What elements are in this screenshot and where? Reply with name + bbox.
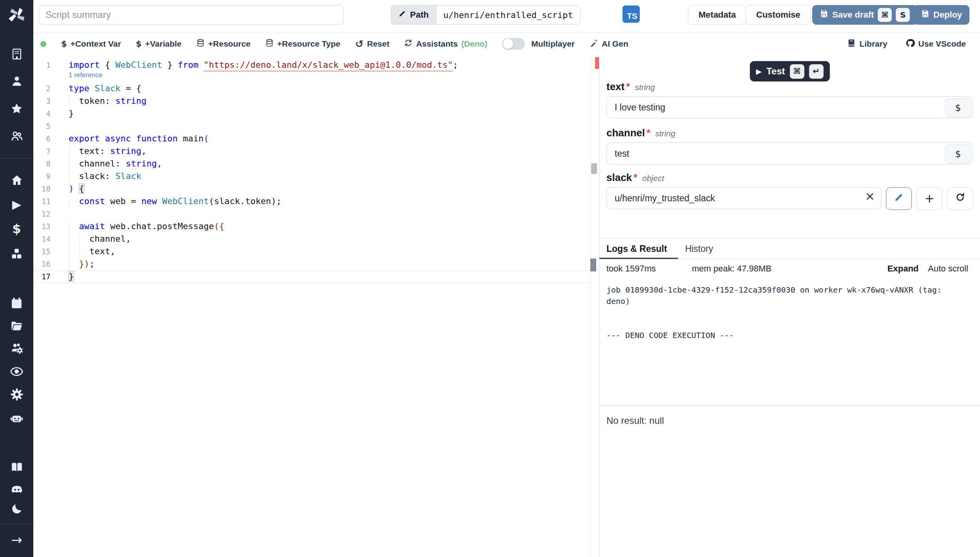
sidebar-item-favorites[interactable] [0,101,33,116]
user-group-gear-icon [10,342,24,355]
sidebar-item-docs[interactable] [0,460,33,474]
use-vscode-button[interactable]: Use VScode [906,38,966,50]
add-resource-type-button[interactable]: +Resource Type [265,39,340,49]
expand-button[interactable]: Expand [887,264,918,274]
sidebar-item-runs[interactable]: ▶ [0,197,33,212]
log-output: job 0189930d-1cbe-4329-f152-12ca359f0030… [599,278,980,405]
line-number: 10 [33,183,57,195]
sidebar: ▶ $ [0,0,33,557]
required-asterisk: * [633,172,637,184]
ai-gen-label: AI Gen [602,39,628,49]
logs-tabs: Logs & Result History [599,239,980,259]
sidebar-item-discord[interactable] [0,483,33,497]
sidebar-item-audit-logs[interactable] [0,364,33,378]
code-line: 16 }); [33,258,590,270]
edit-resource-button[interactable] [886,187,912,210]
autoscroll-toggle[interactable]: Auto scroll [928,264,968,274]
sidebar-item-variables[interactable]: $ [0,222,33,236]
code-line: 6export async function main( [33,132,590,145]
sidebar-divider [0,158,33,159]
tab-logs-result[interactable]: Logs & Result [599,239,678,259]
book-open-icon [10,460,24,474]
line-number: 8 [33,157,57,170]
code-line: 13 await web.chat.postMessage({ [33,220,590,233]
insert-variable-button[interactable]: $ [945,145,971,163]
reset-button[interactable]: ↺ Reset [355,39,389,49]
field-channel: channel * string $ [606,127,973,165]
sidebar-item-home[interactable] [0,173,33,187]
codelens-reference[interactable]: 1 reference [33,71,590,82]
field-slack-label: slack [606,172,632,184]
ai-gen-button[interactable]: AI Gen [590,39,628,49]
sidebar-item-ai[interactable] [0,411,33,425]
sidebar-item-resources[interactable] [0,247,33,261]
save-icon [921,9,929,20]
refresh-resource-button[interactable] [947,187,973,210]
library-button[interactable]: Library [847,39,887,49]
reset-label: Reset [367,39,389,49]
toggle-knob [503,39,513,49]
sidebar-item-workspace[interactable] [0,47,33,61]
multiplayer-label: Multiplayer [531,39,575,49]
text-field-input[interactable] [606,96,973,118]
database-icon [265,39,274,49]
sidebar-item-workers[interactable] [0,341,33,355]
line-number: 9 [33,170,57,183]
add-variable-button[interactable]: $ +Variable [136,39,181,49]
multiplayer-toggle[interactable] [502,38,525,50]
add-resource-button[interactable]: + [916,187,942,210]
sidebar-item-folders[interactable] [0,319,33,333]
path-label: Path [410,10,429,20]
add-resource-button[interactable]: +Resource [196,39,250,49]
sidebar-item-users[interactable] [0,129,33,143]
channel-field-input[interactable] [606,143,973,165]
path-value[interactable]: u/henri/enthralled_script [436,5,581,25]
windmill-logo[interactable] [0,0,33,31]
test-button[interactable]: ▶ Test ⌘ ↵ [750,61,829,81]
logs-section: Logs & Result History took 1597ms mem pe… [599,238,980,557]
tab-history[interactable]: History [678,239,724,259]
add-context-var-button[interactable]: $ +Context Var [61,39,121,49]
deploy-button[interactable]: Deploy [913,5,969,25]
line-number: 3 [33,95,57,107]
dollar-icon: $ [136,40,142,48]
line-number: 5 [33,120,57,132]
assistants-button[interactable]: Assistants (Deno) [404,39,487,49]
insert-variable-button[interactable]: $ [945,98,971,117]
customise-button[interactable]: Customise [746,5,811,25]
s-key-badge: S [896,8,910,22]
scrollbar-thumb[interactable] [591,163,597,174]
line-number: 4 [33,107,57,120]
metadata-button[interactable]: Metadata [688,5,746,25]
editor-scrollbar[interactable] [590,56,599,557]
pencil-icon [894,192,904,205]
arrow-right-icon: → [11,533,22,546]
robot-icon [10,412,24,425]
pencil-icon [398,10,406,20]
status-dot [40,41,46,47]
sidebar-expand-button[interactable]: → [0,533,33,547]
slack-resource-input[interactable] [606,187,881,209]
github-icon [906,38,915,50]
script-summary-input[interactable] [39,5,344,25]
path-edit-segment[interactable]: Path [391,5,436,25]
code-line: 15 text, [33,245,590,258]
multiplayer-control: Multiplayer [502,38,575,50]
result-output: No result: null [599,405,980,436]
path-control[interactable]: Path u/henri/enthralled_script [391,5,581,25]
code-editor[interactable]: 1import { WebClient } from "https://deno… [33,56,590,557]
deploy-label: Deploy [933,10,962,20]
sidebar-item-settings[interactable] [0,387,33,401]
line-number: 6 [33,132,57,145]
clear-icon[interactable]: × [865,190,875,202]
code-line: 10) { [33,183,590,195]
code-lines: 1import { WebClient } from "https://deno… [33,56,590,283]
sidebar-item-schedules[interactable] [0,296,33,310]
save-draft-button[interactable]: Save draft ⌘ S [812,5,917,25]
calendar-icon [10,297,23,309]
add-context-var-label: +Context Var [71,39,121,49]
sidebar-item-theme[interactable] [0,502,33,516]
sidebar-item-user[interactable] [0,74,33,88]
field-text-type: string [635,83,655,92]
test-label: Test [766,66,785,77]
